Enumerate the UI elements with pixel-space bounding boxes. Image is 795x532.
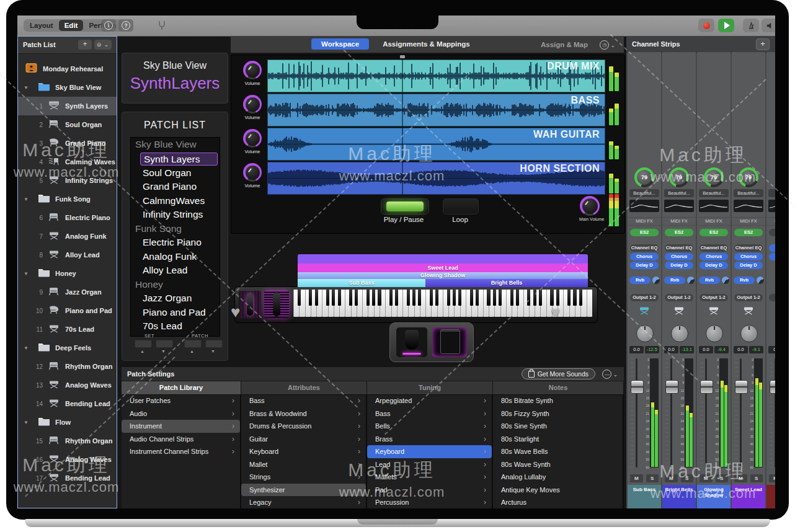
- waveform-region[interactable]: DRUM MIX: [267, 60, 605, 92]
- browser-item-mallet[interactable]: Mallet›: [241, 458, 366, 471]
- black-key[interactable]: [453, 290, 456, 306]
- strip-name-label[interactable]: Sweet Lead: [732, 485, 765, 508]
- black-key[interactable]: [476, 290, 479, 306]
- tuner-icon[interactable]: [156, 20, 167, 30]
- black-key[interactable]: [487, 290, 490, 306]
- white-key[interactable]: [345, 290, 350, 317]
- waveform-region[interactable]: BASS: [267, 94, 605, 126]
- sidebar-item-sky-blue-view[interactable]: ▼Sky Blue View: [18, 78, 117, 97]
- loop-button[interactable]: [442, 198, 479, 215]
- piano-keys[interactable]: [293, 290, 592, 317]
- strip-setting-button[interactable]: Beautiful...: [734, 189, 763, 197]
- set-up-button[interactable]: [135, 340, 152, 348]
- patch-screen-item-sky-blue-view[interactable]: Sky Blue View: [131, 138, 220, 152]
- insert-slot-eq[interactable]: Channel EQ: [665, 244, 693, 252]
- solo-button[interactable]: S: [715, 474, 729, 483]
- add-patch-button[interactable]: +: [78, 40, 92, 50]
- output-slot[interactable]: Output 1-2: [734, 294, 763, 301]
- output-slot[interactable]: Output 1-2: [630, 294, 659, 301]
- browser-item-bass[interactable]: Bass›: [367, 407, 492, 420]
- black-key[interactable]: [389, 290, 393, 306]
- midi-fx-slot[interactable]: MIDI FX: [662, 217, 696, 226]
- browser-item-legacy[interactable]: Legacy›: [241, 496, 366, 508]
- browser-item-80s-starlight[interactable]: 80s Starlight: [493, 433, 623, 446]
- browser-item-brass[interactable]: Brass›: [367, 433, 492, 446]
- send-slot[interactable]: Rvb: [664, 277, 685, 284]
- insert-slot-chorus[interactable]: Chorus: [700, 253, 728, 260]
- patch-screen-item-piano-and-pad[interactable]: Piano and Pad: [131, 306, 220, 320]
- instrument-slot[interactable]: ES2: [734, 229, 763, 236]
- instrument-slot[interactable]: ES2: [630, 229, 659, 236]
- browser-item-arpeggiated[interactable]: Arpeggiated›: [367, 394, 492, 407]
- browser-item-80s-wave-bells[interactable]: 80s Wave Bells: [493, 445, 623, 458]
- insert-slot-delay-d[interactable]: Delay D: [630, 262, 659, 269]
- midi-fx-slot[interactable]: MIDI FX: [697, 217, 731, 226]
- fader-handle[interactable]: [700, 380, 713, 394]
- black-key[interactable]: [338, 290, 341, 306]
- browser-item-80s-sine-synth[interactable]: 80s Sine Synth: [493, 420, 623, 433]
- patch-screen-item-funk-song[interactable]: Funk Song: [131, 222, 220, 236]
- instrument-slot[interactable]: ES2: [700, 229, 728, 236]
- browser-item-arcturus[interactable]: Arcturus: [493, 496, 623, 508]
- sidebar-item-calming-waves[interactable]: 4Calming Waves: [18, 153, 117, 171]
- eq-thumbnail[interactable]: [664, 200, 694, 212]
- sidebar-item-bending-lead[interactable]: 14Bending Lead: [18, 394, 117, 413]
- playhead[interactable]: [402, 56, 403, 195]
- sidebar-item-funk-song[interactable]: ▼Funk Song: [18, 190, 117, 208]
- mute-button[interactable]: M: [768, 474, 775, 483]
- browser-tab-tuning[interactable]: Tuning: [367, 381, 493, 394]
- sidebar-item-honey[interactable]: ▼Honey: [18, 264, 117, 283]
- eq-thumbnail[interactable]: [734, 200, 763, 212]
- patch-screen-item-honey[interactable]: Honey: [131, 278, 220, 292]
- waveform-region[interactable]: WAH GUITAR: [267, 128, 605, 161]
- patch-screen-item-infinity-strings[interactable]: Infinity Strings: [131, 208, 220, 222]
- chevron-down-icon[interactable]: ▼: [24, 197, 29, 202]
- patch-screen-item-analog-funk[interactable]: Analog Funk: [131, 250, 220, 264]
- patch-screen-item-grand-piano[interactable]: Grand Piano: [131, 180, 220, 194]
- layer-sweet-lead[interactable]: Sweet Lead: [298, 254, 588, 272]
- strip-setting-button[interactable]: Beautiful...: [699, 189, 729, 197]
- strip-level-knob[interactable]: 79: [704, 167, 724, 187]
- browser-tab-patch-library[interactable]: Patch Library: [122, 381, 241, 394]
- sidebar-item-alloy-lead[interactable]: 8Alloy Lead: [18, 246, 117, 264]
- chevron-down-icon[interactable]: ▼: [24, 345, 29, 351]
- help-button[interactable]: ?: [118, 19, 133, 32]
- browser-item-80s-wave-synth[interactable]: 80s Wave Synth: [493, 458, 623, 471]
- insert-slot-chorus[interactable]: Chorus: [665, 253, 693, 260]
- browser-item-lead[interactable]: Lead›: [367, 458, 492, 471]
- output-slot[interactable]: Output 1-2: [665, 294, 693, 301]
- browser-tab-notes[interactable]: Notes: [493, 381, 624, 394]
- get-more-sounds-button[interactable]: Get More Sounds: [522, 368, 595, 379]
- tab-assignments-mappings[interactable]: Assignments & Mappings: [376, 38, 476, 50]
- assign-map-button[interactable]: Assign & Map: [541, 41, 588, 48]
- sidebar-item-electric-piano[interactable]: 6Electric Piano: [18, 208, 117, 227]
- patch-screen-item-soul-organ[interactable]: Soul Organ: [131, 166, 220, 180]
- browser-item-user-patches[interactable]: User Patches›: [122, 394, 240, 407]
- track-volume-knob[interactable]: Volume: [239, 163, 266, 188]
- midi-fx-slot[interactable]: MIDI FX: [766, 217, 775, 226]
- instrument-slot[interactable]: O: [769, 229, 775, 236]
- browser-item-audio-channel-strips[interactable]: Audio Channel Strips›: [122, 433, 240, 446]
- white-key[interactable]: [293, 290, 299, 317]
- eq-thumbnail[interactable]: [629, 200, 659, 212]
- mode-button-layout[interactable]: Layout: [24, 20, 59, 31]
- fader-handle[interactable]: [770, 380, 775, 394]
- black-key[interactable]: [395, 290, 398, 306]
- send-knob[interactable]: [652, 277, 660, 284]
- mute-button[interactable]: M: [629, 474, 644, 483]
- output-slot[interactable]: Output 1-2: [700, 294, 728, 301]
- patch-screen-item-70s-lead[interactable]: 70s Lead: [131, 319, 220, 334]
- black-key[interactable]: [533, 290, 536, 306]
- black-key[interactable]: [309, 290, 312, 306]
- browser-item-bells[interactable]: Bells›: [367, 420, 492, 433]
- browser-item-keyboard[interactable]: Keyboard›: [241, 445, 366, 458]
- send-slot[interactable]: Rvb: [734, 277, 755, 284]
- browser-item-pad[interactable]: Pad›: [367, 484, 492, 497]
- black-key[interactable]: [326, 290, 329, 306]
- fader-handle[interactable]: [631, 380, 644, 394]
- sidebar-item-bending-lead[interactable]: 17Bending Lead: [18, 469, 117, 487]
- expression-pedal[interactable]: [432, 327, 467, 357]
- sidebar-item-synth-layers[interactable]: 1Synth Layers: [18, 97, 117, 115]
- pan-knob[interactable]: [706, 325, 723, 342]
- black-key[interactable]: [315, 290, 318, 306]
